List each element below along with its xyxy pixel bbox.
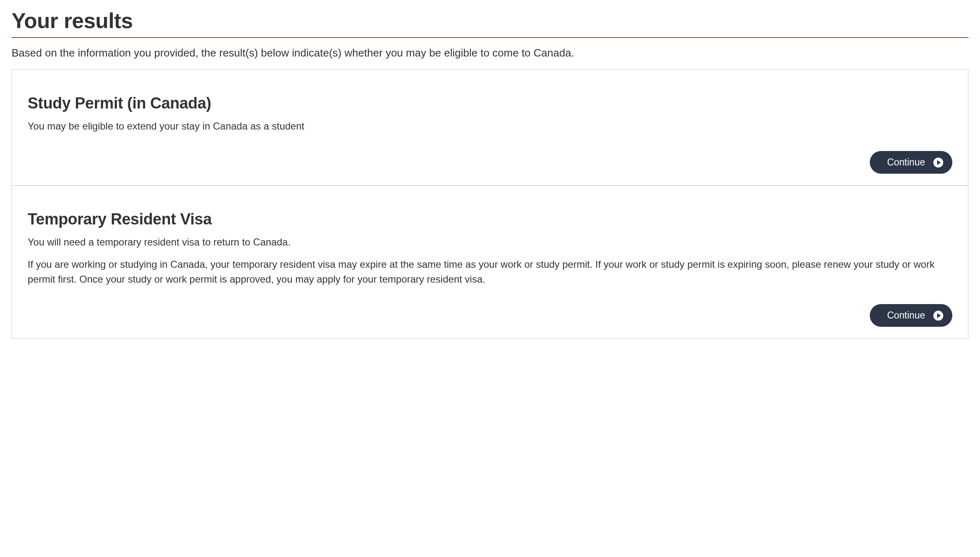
continue-button-label: Continue xyxy=(887,157,925,168)
button-row: Continue xyxy=(28,304,952,327)
result-card-study-permit: Study Permit (in Canada) You may be elig… xyxy=(12,70,968,186)
result-paragraph: You will need a temporary resident visa … xyxy=(28,235,952,250)
play-icon-triangle xyxy=(937,160,941,165)
result-title: Study Permit (in Canada) xyxy=(28,94,952,112)
continue-button[interactable]: Continue xyxy=(870,151,952,174)
page-title: Your results xyxy=(12,8,968,33)
play-icon xyxy=(933,311,943,321)
result-paragraph: You may be eligible to extend your stay … xyxy=(28,119,952,134)
play-icon-triangle xyxy=(937,313,941,318)
result-card-trv: Temporary Resident Visa You will need a … xyxy=(12,186,968,338)
result-paragraph: If you are working or studying in Canada… xyxy=(28,257,952,287)
play-icon xyxy=(933,158,943,168)
continue-button-label: Continue xyxy=(887,310,925,321)
result-title: Temporary Resident Visa xyxy=(28,210,952,228)
button-row: Continue xyxy=(28,151,952,174)
continue-button[interactable]: Continue xyxy=(870,304,952,327)
title-underline xyxy=(12,37,968,38)
page-intro: Based on the information you provided, t… xyxy=(12,45,968,60)
results-container: Study Permit (in Canada) You may be elig… xyxy=(12,69,968,339)
